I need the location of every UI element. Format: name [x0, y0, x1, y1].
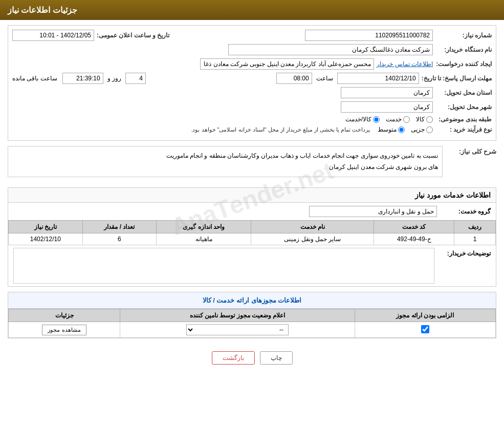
license-required-cell [355, 322, 496, 338]
license-table: الزامی بودن ارائه مجوز اعلام وضعیت مجوز … [8, 309, 496, 338]
purchase-type-option-2-label: متوسط [378, 126, 397, 133]
buyer-org-input[interactable] [228, 44, 433, 55]
requester-input[interactable] [200, 58, 374, 70]
service-table: ردیف کد خدمت نام خدمت واحد اندازه گیری ت… [8, 220, 496, 245]
buyer-org-row: نام دستگاه خریدار: [12, 44, 492, 55]
service-group-input[interactable] [309, 206, 437, 217]
deadline-time-input[interactable] [276, 73, 312, 84]
service-group-row: گروه خدمت: [8, 203, 496, 220]
page-header: جزئیات اطلاعات نیاز [0, 0, 504, 20]
province-row: استان محل تحویل: [12, 87, 492, 98]
requester-row: ایجاد کننده درخواست: اطلاعات تماس خریدار [12, 58, 492, 70]
main-form-section: شماره نیاز: تاریخ و ساعت اعلان عمومی: نا… [8, 25, 496, 141]
description-row: شرح کلی نیاز: نسبت به تامین خودروی سواری… [8, 146, 496, 182]
license-col-details: جزئیات [9, 309, 120, 322]
province-input[interactable] [341, 87, 433, 98]
cell-date: 1402/12/10 [9, 233, 83, 245]
license-section-title: اطلاعات مجوزهای ارائه خدمت / کالا [8, 292, 496, 309]
deadline-date-input[interactable] [337, 73, 419, 84]
cell-unit: ماهیانه [157, 233, 251, 245]
province-label: استان محل تحویل: [435, 89, 492, 96]
description-line1: نسبت به تامین خودروی سواری جهت انجام خدم… [12, 151, 438, 162]
requester-label: ایجاد کننده درخواست: [435, 60, 492, 68]
col-header-qty: تعداد / مقدار [82, 221, 156, 233]
deadline-label: مهلت ارسال پاسخ: تا تاریخ: [422, 75, 492, 82]
purchase-type-option-1-label: جزیی [411, 126, 425, 133]
purchase-type-note: پرداخت تمام یا بخشی از مبلغ خریدار از مح… [191, 126, 370, 133]
category-option-3[interactable]: کالا/خدمت [345, 116, 380, 123]
need-number-input[interactable] [305, 30, 433, 41]
deadline-remaining-input[interactable] [62, 73, 103, 84]
category-option-1[interactable]: کالا [416, 116, 433, 123]
col-header-date: تاریخ نیاز [9, 221, 83, 233]
purchase-type-radio-group: متوسط جزیی [378, 126, 433, 133]
city-input[interactable] [341, 101, 433, 113]
category-label: طبقه بندی موضوعی: [435, 116, 492, 123]
cell-code: ح-49-49-492 [374, 233, 454, 245]
view-license-button[interactable]: مشاهده مجوز [42, 325, 86, 335]
footer-buttons: چاپ بازگشت [8, 344, 496, 372]
category-option-3-label: کالا/خدمت [345, 116, 371, 123]
print-button[interactable]: چاپ [260, 351, 293, 365]
deadline-days-label: روز و [107, 75, 121, 82]
cell-name: سایر حمل ونقل زمینی [251, 233, 374, 245]
buyer-notes-label: توضیحات خریدار: [440, 248, 491, 257]
service-group-label: گروه خدمت: [440, 208, 491, 215]
cell-qty: 6 [82, 233, 156, 245]
page-title: جزئیات اطلاعات نیاز [8, 6, 77, 14]
col-header-code: کد خدمت [374, 221, 454, 233]
purchase-type-row: نوع فرآیند خرید : متوسط جزیی پرداخت تمام… [12, 126, 492, 133]
category-row: طبقه بندی موضوعی: کالا/خدمت خدمت کالا [12, 116, 492, 123]
license-section: اطلاعات مجوزهای ارائه خدمت / کالا الزامی… [8, 292, 496, 338]
license-table-row: -- مشاهده مجوز [9, 322, 496, 338]
announce-label: تاریخ و ساعت اعلان عمومی: [97, 32, 169, 39]
need-number-row: شماره نیاز: تاریخ و ساعت اعلان عمومی: [12, 30, 492, 41]
deadline-days-input[interactable] [125, 73, 146, 84]
license-status-cell: -- [120, 322, 355, 338]
description-label: شرح کلی نیاز: [445, 146, 496, 155]
need-number-label: شماره نیاز: [435, 32, 492, 39]
purchase-type-label: نوع فرآیند خرید : [435, 126, 492, 133]
buyer-notes-textarea[interactable] [13, 248, 434, 284]
license-details-cell: مشاهده مجوز [9, 322, 120, 338]
license-status-select[interactable]: -- [186, 324, 289, 335]
buyer-notes-row: توضیحات خریدار: [8, 245, 496, 286]
table-row: 1 ح-49-49-492 سایر حمل ونقل زمینی ماهیان… [9, 233, 496, 245]
deadline-time-label: ساعت [316, 75, 333, 82]
buyer-org-label: نام دستگاه خریدار: [435, 46, 492, 53]
deadline-row: مهلت ارسال پاسخ: تا تاریخ: ساعت روز و سا… [12, 73, 492, 84]
announce-input[interactable] [12, 30, 94, 41]
purchase-type-option-2[interactable]: متوسط [378, 126, 405, 133]
description-box: نسبت به تامین خودروی سواری جهت انجام خدم… [8, 146, 443, 177]
category-option-2-label: خدمت [386, 116, 402, 123]
description-line2: های برون شهری شرکت معدن اینیل کرمان [12, 162, 438, 173]
deadline-remaining-label: ساعت باقی مانده [12, 75, 57, 82]
service-info-section: اطلاعات خدمات مورد نیاز گروه خدمت: ردیف … [8, 187, 496, 287]
category-radio-group: کالا/خدمت خدمت کالا [345, 116, 433, 123]
city-row: شهر محل تحویل: [12, 101, 492, 113]
service-info-title: اطلاعات خدمات مورد نیاز [8, 188, 496, 203]
cell-rownum: 1 [454, 233, 496, 245]
col-header-rownum: ردیف [454, 221, 496, 233]
license-col-status: اعلام وضعیت مجوز توسط نامین کننده [120, 309, 355, 322]
category-option-2[interactable]: خدمت [386, 116, 410, 123]
city-label: شهر محل تحویل: [435, 103, 492, 111]
license-col-required: الزامی بودن ارائه مجوز [355, 309, 496, 322]
contact-link[interactable]: اطلاعات تماس خریدار [377, 60, 433, 68]
col-header-unit: واحد اندازه گیری [157, 221, 251, 233]
purchase-type-option-1[interactable]: جزیی [411, 126, 433, 133]
back-button[interactable]: بازگشت [212, 351, 255, 365]
col-header-name: نام خدمت [251, 221, 374, 233]
category-option-1-label: کالا [416, 116, 425, 123]
license-required-checkbox[interactable] [421, 325, 429, 333]
